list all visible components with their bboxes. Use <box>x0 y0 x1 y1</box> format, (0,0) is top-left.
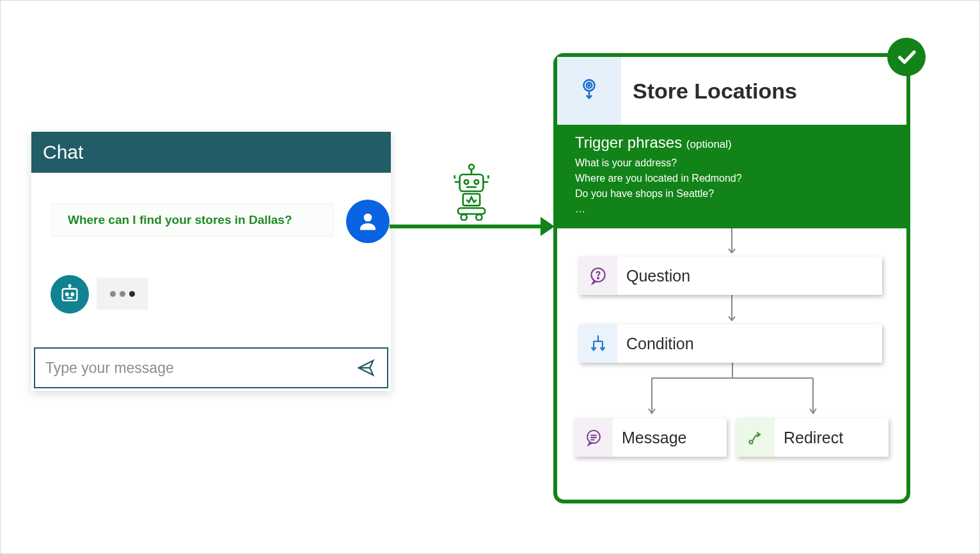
topic-flow-area: Question Condition Message <box>557 228 906 498</box>
trigger-optional-label: (optional) <box>686 138 732 150</box>
svg-point-11 <box>461 214 467 220</box>
chat-panel: Chat Where can I find your stores in Dal… <box>31 132 391 391</box>
chat-input-row <box>34 347 388 388</box>
typing-indicator <box>97 278 148 310</box>
person-icon <box>356 210 379 233</box>
node-question-label: Question <box>617 267 690 285</box>
question-bubble-icon <box>589 266 608 285</box>
chat-message-input[interactable] <box>45 360 355 377</box>
node-condition-label: Condition <box>617 335 694 353</box>
node-message[interactable]: Message <box>574 418 727 457</box>
branch-icon <box>589 334 607 353</box>
message-bubble-icon <box>585 429 603 447</box>
condition-iconbox <box>579 324 617 363</box>
svg-point-19 <box>749 440 752 443</box>
chat-header: Chat <box>31 132 391 173</box>
svg-point-8 <box>475 180 479 184</box>
trigger-phrase-list: What is your address? Where are you loca… <box>575 155 889 217</box>
topic-trigger-iconbox <box>557 57 621 125</box>
topic-header: Store Locations <box>557 57 906 125</box>
message-iconbox <box>574 418 613 457</box>
trigger-phrase: … <box>575 202 889 217</box>
svg-point-17 <box>597 278 599 279</box>
flow-connector-top <box>722 228 741 257</box>
question-iconbox <box>579 257 617 295</box>
svg-point-4 <box>69 285 71 287</box>
user-avatar <box>346 200 390 243</box>
node-redirect[interactable]: Redirect <box>736 418 889 457</box>
svg-point-15 <box>589 84 590 86</box>
topic-title: Store Locations <box>621 79 797 104</box>
svg-rect-6 <box>460 175 484 191</box>
node-condition[interactable]: Condition <box>579 324 882 363</box>
svg-point-7 <box>464 180 469 184</box>
svg-point-3 <box>71 293 74 296</box>
svg-rect-1 <box>63 289 77 301</box>
trigger-phrases-title-text: Trigger phrases <box>575 134 686 151</box>
node-redirect-label: Redirect <box>775 429 843 447</box>
bot-avatar <box>51 275 89 313</box>
redirect-iconbox <box>736 418 775 457</box>
svg-point-12 <box>476 214 482 220</box>
flow-arrow-head <box>541 217 555 236</box>
robot-icon <box>446 162 497 221</box>
svg-point-2 <box>66 293 68 296</box>
trigger-phrase: Do you have shops in Seattle? <box>575 186 889 202</box>
flow-connector-mid <box>722 295 741 324</box>
chat-title: Chat <box>43 141 83 163</box>
node-message-label: Message <box>613 429 686 447</box>
node-question[interactable]: Question <box>579 257 882 295</box>
send-icon[interactable] <box>355 358 377 377</box>
trigger-phrases-title: Trigger phrases (optional) <box>575 134 889 152</box>
flow-connector-branch <box>631 363 834 420</box>
flow-arrow-line <box>390 225 548 228</box>
trigger-phrase: What is your address? <box>575 155 889 171</box>
success-check-badge <box>887 38 926 76</box>
svg-point-18 <box>587 431 600 443</box>
user-message-bubble: Where can I find your stores in Dallas? <box>52 203 333 237</box>
redirect-icon <box>747 429 764 447</box>
check-icon <box>895 45 918 68</box>
svg-point-0 <box>364 214 372 222</box>
svg-rect-10 <box>458 208 485 214</box>
svg-point-5 <box>469 164 474 170</box>
topic-panel: Store Locations Trigger phrases (optiona… <box>553 53 910 503</box>
user-message-text: Where can I find your stores in Dallas? <box>68 213 292 227</box>
bot-icon <box>59 283 81 305</box>
chat-body: Where can I find your stores in Dallas? <box>31 173 391 345</box>
trigger-phrase: Where are you located in Redmond? <box>575 171 889 186</box>
trigger-icon <box>578 78 601 104</box>
trigger-phrases-section: Trigger phrases (optional) What is your … <box>557 125 906 228</box>
